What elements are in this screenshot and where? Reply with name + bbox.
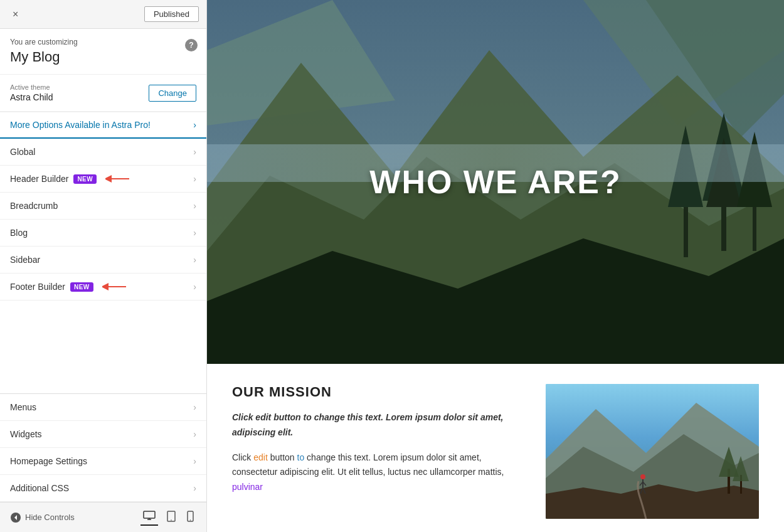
mobile-view-button[interactable] [184,509,196,526]
global-label: Global [10,147,35,157]
astra-pro-label: More Options Available in Astra Pro! [10,120,151,130]
mission-italic-text: Click edit button to change this text. L… [232,410,526,440]
breadcrumb-label: Breadcrumb [10,201,58,211]
footer-builder-label: Footer Builder [10,282,65,292]
mission-title: OUR MISSION [232,384,526,400]
content-section: OUR MISSION Click edit button to change … [207,364,784,532]
content-right [546,384,759,512]
widgets-chevron-icon: › [193,429,196,439]
homepage-settings-chevron-icon: › [193,456,196,466]
menus-label: Menus [10,402,36,412]
device-icons [140,509,196,526]
sidebar-item-menus[interactable]: Menus › [0,394,206,421]
breadcrumb-chevron-icon: › [193,201,196,211]
hide-controls-button[interactable]: Hide Controls [10,512,75,523]
customize-header: You are customizing My Blog ? [0,29,206,75]
sidebar: × Published You are customizing My Blog … [0,0,207,532]
content-left: OUR MISSION Click edit button to change … [232,384,526,512]
header-builder-chevron-icon: › [193,174,196,184]
header-builder-arrow-icon [105,174,130,184]
sidebar-item-widgets[interactable]: Widgets › [0,421,206,448]
blog-title: My Blog [10,49,196,65]
sidebar-item-global[interactable]: Global › [0,139,206,166]
hide-controls-label: Hide Controls [25,513,75,522]
colored-text-click: Click [232,452,253,462]
header-builder-new-badge: NEW [73,174,97,184]
theme-section: Active theme Astra Child Change [0,75,206,112]
svg-point-8 [171,519,172,521]
close-icon: × [13,9,18,19]
sidebar-item-additional-css[interactable]: Additional CSS › [0,475,206,502]
colored-text-button: button [268,452,297,462]
hide-controls-icon [10,512,21,523]
desktop-view-button[interactable] [140,509,158,526]
mission-colored-text: Click edit button to change this text. L… [232,450,526,495]
sidebar-label: Sidebar [10,255,40,265]
svg-point-10 [190,519,191,521]
footer-builder-new-badge: NEW [70,282,93,292]
change-theme-button[interactable]: Change [149,85,196,102]
bottom-nav-section: Menus › Widgets › Homepage Settings › Ad… [0,394,206,502]
sidebar-item-header-builder[interactable]: Header Builder NEW › [0,166,206,193]
global-chevron-icon: › [193,147,196,157]
menus-chevron-icon: › [193,402,196,412]
close-button[interactable]: × [8,6,23,23]
footer-builder-arrow-icon [102,282,127,292]
nav-list: Global › Header Builder NEW [0,139,206,394]
sidebar-chevron-icon: › [193,255,196,265]
colored-text-to: to [297,452,305,462]
footer-builder-chevron-icon: › [193,282,196,292]
published-button[interactable]: Published [144,6,199,22]
astra-pro-chevron-icon: › [193,120,196,130]
widgets-label: Widgets [10,429,42,439]
customize-subtitle: You are customizing [10,38,196,46]
additional-css-label: Additional CSS [10,483,69,493]
blog-label: Blog [10,228,28,238]
preview-area: WHO WE ARE? OUR MISSION Click edit butto… [207,0,784,532]
tablet-view-button[interactable] [164,509,178,526]
theme-label: Active theme [10,83,53,91]
astra-pro-link[interactable]: More Options Available in Astra Pro! › [0,112,206,139]
sidebar-item-sidebar[interactable]: Sidebar › [0,247,206,274]
svg-marker-29 [546,484,759,519]
preview-image [546,384,759,519]
theme-info: Active theme Astra Child [10,83,53,102]
help-icon[interactable]: ? [185,39,198,51]
hero-title: WHO WE ARE? [369,163,621,201]
svg-rect-4 [144,511,155,518]
top-bar: × Published [0,0,206,29]
sidebar-item-footer-builder[interactable]: Footer Builder NEW › [0,274,206,301]
colored-text-edit: edit [253,452,268,462]
sidebar-item-homepage-settings[interactable]: Homepage Settings › [0,448,206,475]
footer-bar: Hide Controls [0,502,206,532]
additional-css-chevron-icon: › [193,483,196,493]
hero-section: WHO WE ARE? [207,0,784,364]
header-builder-label: Header Builder [10,174,68,184]
colored-text-pulvinar: pulvinar [232,482,263,492]
theme-name: Astra Child [10,92,53,102]
svg-point-30 [640,474,645,479]
blog-chevron-icon: › [193,228,196,238]
sidebar-item-breadcrumb[interactable]: Breadcrumb › [0,193,206,220]
sidebar-item-blog[interactable]: Blog › [0,220,206,247]
homepage-settings-label: Homepage Settings [10,456,87,466]
